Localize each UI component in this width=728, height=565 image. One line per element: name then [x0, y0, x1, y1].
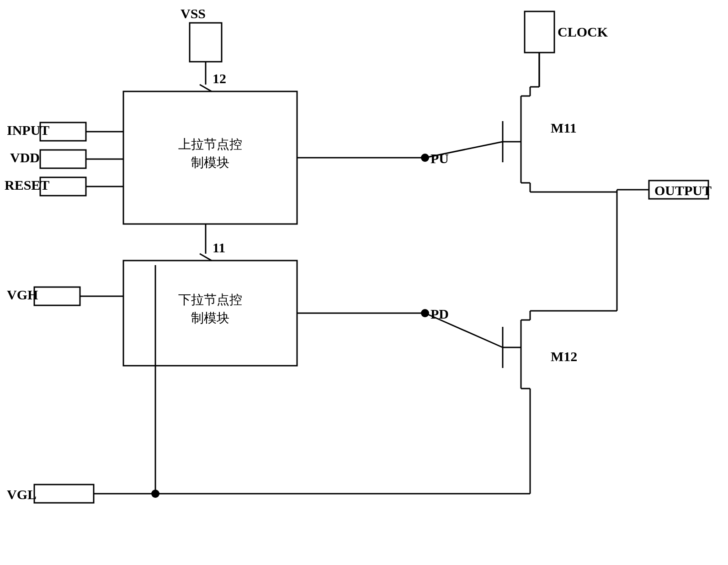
svg-text:PD: PD — [430, 306, 449, 321]
svg-rect-10 — [40, 150, 86, 168]
svg-rect-2 — [190, 23, 222, 62]
svg-text:VDD: VDD — [10, 150, 40, 165]
svg-line-17 — [200, 254, 212, 261]
svg-text:11: 11 — [213, 240, 225, 255]
svg-text:INPUT: INPUT — [7, 123, 49, 138]
svg-rect-6 — [525, 11, 554, 53]
circuit-diagram: VSSCLOCKINPUTVDDRESETVGHVGLPUPDOUTPUTM11… — [0, 0, 728, 565]
svg-text:PU: PU — [430, 151, 449, 166]
svg-text:M11: M11 — [551, 120, 577, 135]
svg-text:VGH: VGH — [7, 287, 38, 302]
svg-text:CLOCK: CLOCK — [558, 24, 608, 39]
svg-text:制模块: 制模块 — [191, 155, 229, 170]
svg-line-4 — [200, 85, 212, 91]
svg-rect-14 — [34, 287, 80, 305]
svg-rect-49 — [34, 485, 94, 503]
svg-text:上拉节点控: 上拉节点控 — [178, 137, 242, 151]
svg-text:VGL: VGL — [7, 487, 37, 502]
svg-text:M12: M12 — [551, 349, 577, 364]
svg-text:VSS: VSS — [181, 6, 206, 21]
svg-text:RESET: RESET — [5, 177, 49, 192]
svg-text:OUTPUT: OUTPUT — [654, 183, 712, 198]
svg-text:制模块: 制模块 — [191, 311, 229, 325]
svg-text:下拉节点控: 下拉节点控 — [178, 293, 242, 307]
svg-text:12: 12 — [213, 71, 226, 86]
